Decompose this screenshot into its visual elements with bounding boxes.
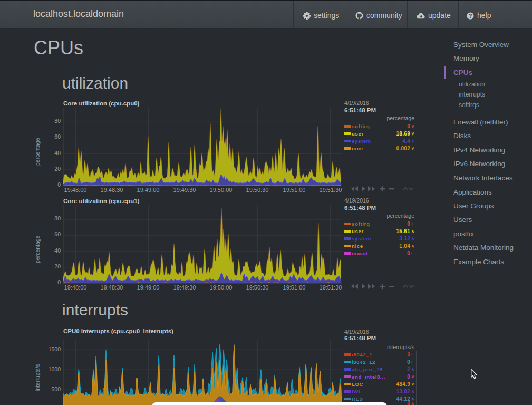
svg-text:?: ? <box>469 13 472 19</box>
